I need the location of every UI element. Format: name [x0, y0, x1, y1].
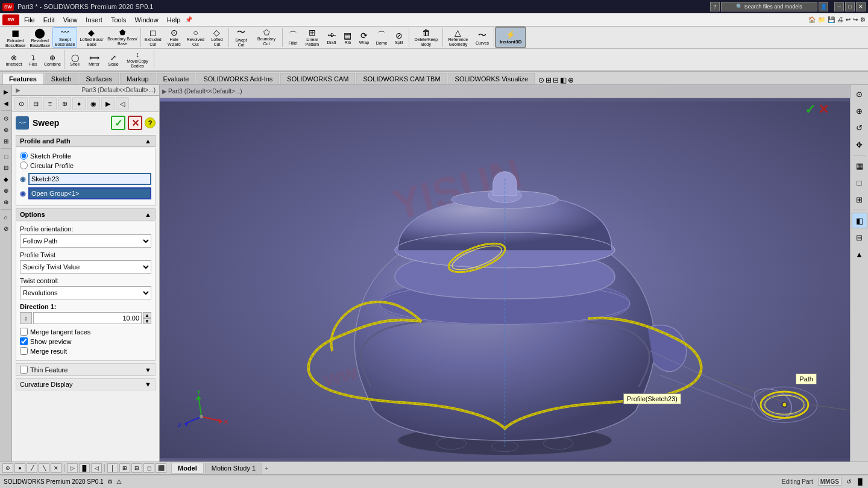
tab-icon-2[interactable]: ⊞ [546, 76, 552, 84]
extruded-cut-button[interactable]: ◻ ExtrudedCut [143, 27, 163, 48]
extruded-boss-base-button[interactable]: ◼ ExtrudedBoss/Base [4, 27, 27, 48]
profile-path-header[interactable]: Profile and Path ▲ [16, 135, 156, 147]
hole-wizard-button[interactable]: ⊙ HoleWizard [164, 27, 184, 48]
search-box[interactable]: 🔍 Search files and models [721, 2, 817, 11]
help-button[interactable]: ? [710, 2, 720, 11]
sketch-profile-radio[interactable] [20, 152, 28, 160]
twist-control-select[interactable]: Revolutions [20, 286, 151, 299]
btm-btn-1[interactable]: ⊙ [2, 463, 13, 473]
lp-btn-4[interactable]: ⊚ [1, 124, 11, 135]
menu-edit[interactable]: Edit [40, 15, 58, 25]
rp-pan[interactable]: ✥ [852, 137, 867, 152]
open-group-input[interactable] [28, 187, 151, 199]
icon-1[interactable]: 🏠 [808, 16, 816, 23]
prop-btn-8[interactable]: ◁ [116, 97, 129, 110]
icon-2[interactable]: 📁 [818, 16, 825, 23]
options-header[interactable]: Options ▲ [16, 208, 156, 221]
curves-button[interactable]: 〜 Curves [472, 27, 492, 48]
tab-features[interactable]: Features [2, 73, 43, 84]
rp-scene[interactable]: ▲ [852, 246, 867, 262]
menu-file[interactable]: File [20, 15, 39, 25]
motion-study-tab[interactable]: Motion Study 1 [205, 463, 262, 474]
prop-btn-6[interactable]: ◉ [87, 97, 100, 110]
restore-button[interactable]: □ [845, 2, 855, 11]
combine-button[interactable]: ⊕ Combine [42, 50, 63, 69]
sweep-cancel-button[interactable]: ✕ [128, 116, 142, 130]
rp-zoom[interactable]: ⊕ [852, 103, 867, 119]
profile-orientation-select[interactable]: Follow Path [20, 234, 151, 248]
btm-btn-8[interactable]: ◁ [91, 463, 102, 473]
lp-btn-9[interactable]: ⊗ [1, 185, 11, 196]
delete-keep-body-button[interactable]: 🗑 Delete/KeepBody [411, 27, 441, 48]
prop-btn-5[interactable]: ● [72, 97, 86, 110]
direction1-icon-btn[interactable]: ↕ [20, 312, 32, 324]
scale-button[interactable]: ⤢ Scale [105, 50, 122, 69]
rp-view-orient[interactable]: ⊙ [852, 86, 867, 102]
icon-7[interactable]: ⚙ [860, 16, 866, 23]
menu-insert[interactable]: Insert [82, 15, 106, 25]
btm-btn-13[interactable]: ⬛ [156, 463, 166, 473]
viewport[interactable]: ▶ Part3 (Default<<Default>...) [160, 85, 850, 461]
rp-display-style[interactable]: ▦ [852, 158, 867, 174]
profile-twist-select[interactable]: Specify Twist Value [20, 260, 151, 274]
vp-cancel-icon[interactable]: ✕ [818, 102, 829, 117]
btm-btn-2[interactable]: ● [14, 463, 25, 473]
prop-btn-1[interactable]: ⊙ [14, 97, 28, 110]
tab-icon-4[interactable]: ◧ [560, 76, 567, 84]
tab-icon-5[interactable]: ⊕ [568, 76, 574, 84]
tab-icon-3[interactable]: ⊟ [553, 76, 559, 84]
draft-button[interactable]: ⬲ Draft [323, 27, 340, 48]
prop-btn-7[interactable]: ▶ [101, 97, 115, 110]
rp-task-pane[interactable]: ◧ [852, 213, 867, 228]
swept-cut-button[interactable]: 〜 SweptCut [231, 27, 251, 48]
lp-btn-7[interactable]: ⊟ [1, 162, 11, 173]
menu-pin[interactable]: 📌 [185, 16, 192, 23]
btm-btn-5[interactable]: ✕ [51, 463, 61, 473]
tab-cam-tbm[interactable]: SOLIDWORKS CAM TBM [356, 73, 447, 84]
icon-6[interactable]: ↪ [853, 16, 858, 23]
lp-btn-6[interactable]: ◻ [1, 151, 11, 161]
btm-btn-12[interactable]: ◻ [143, 463, 154, 473]
btm-btn-4[interactable]: ╲ [39, 463, 49, 473]
direction1-up-btn[interactable]: ▲ [143, 312, 151, 318]
direction1-input[interactable] [33, 312, 142, 324]
fillet-button[interactable]: ⌒ Fillet [285, 27, 301, 48]
menu-window[interactable]: Window [131, 15, 162, 25]
close-button[interactable]: ✕ [856, 2, 866, 11]
tab-markup[interactable]: Markup [120, 73, 156, 84]
sketch23-input[interactable] [28, 173, 151, 185]
reference-geometry-button[interactable]: △ ReferenceGeometry [445, 27, 471, 48]
tab-addins[interactable]: SOLIDWORKS Add-Ins [197, 73, 279, 84]
linear-pattern-button[interactable]: ⊞ LinearPattern [302, 27, 322, 48]
boundary-boss-base-button[interactable]: ⬟ Boundary Boss/Base [105, 27, 139, 48]
btm-btn-6[interactable]: ▷ [67, 463, 78, 473]
menu-tools[interactable]: Tools [107, 15, 130, 25]
icon-3[interactable]: 💾 [828, 16, 835, 23]
status-pause-icon[interactable]: ▐▌ [856, 478, 864, 485]
dome-button[interactable]: ⌒ Dome [373, 27, 390, 48]
sweep-help-button[interactable]: ? [145, 117, 156, 128]
btm-btn-7[interactable]: ▐▌ [79, 463, 90, 473]
instant3d-button[interactable]: ⚡ Instant3D [495, 27, 526, 48]
rp-rotate[interactable]: ↺ [852, 120, 867, 136]
direction1-down-btn[interactable]: ▼ [143, 318, 151, 324]
status-rebuild-icon[interactable]: ↺ [846, 478, 851, 485]
intersect-button[interactable]: ⊗ Intersect [4, 50, 24, 69]
btm-btn-3[interactable]: ╱ [27, 463, 37, 473]
rp-appearances[interactable]: ⊟ [852, 230, 867, 245]
split-button[interactable]: ⊘ Split [391, 27, 407, 48]
revolved-cut-button[interactable]: ○ RevolvedCut [185, 27, 206, 48]
tab-icon-1[interactable]: ⊙ [538, 76, 544, 84]
btm-btn-10[interactable]: ⊞ [119, 463, 130, 473]
shell-button[interactable]: ◯ Shell [66, 50, 83, 69]
flex-button[interactable]: ⤵ Flex [25, 50, 42, 69]
lp-btn-2[interactable]: ◀ [1, 98, 11, 108]
wrap-button[interactable]: ⟳ Wrap [356, 27, 373, 48]
menu-view[interactable]: View [60, 15, 81, 25]
tab-evaluate[interactable]: Evaluate [157, 73, 196, 84]
curvature-display-header[interactable]: Curvature Display ▼ [16, 378, 156, 390]
lofted-cut-button[interactable]: ◇ LoftedCut [207, 27, 227, 48]
tab-cam[interactable]: SOLIDWORKS CAM [280, 73, 355, 84]
prop-btn-2[interactable]: ⊟ [29, 97, 42, 110]
lofted-boss-base-button[interactable]: ◆ Lofted Boss/Base [78, 27, 105, 48]
